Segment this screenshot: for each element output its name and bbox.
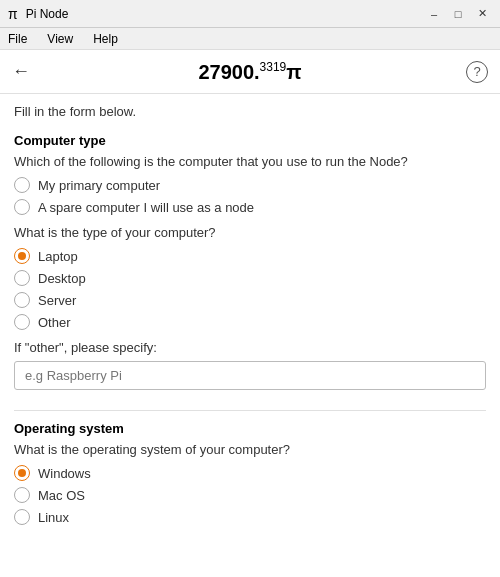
radio-label-linux: Linux xyxy=(38,510,69,525)
radio-circle-server[interactable] xyxy=(14,292,30,308)
title-pi: π xyxy=(286,60,301,82)
radio-circle-spare[interactable] xyxy=(14,199,30,215)
primary-use-radio-group: My primary computer A spare computer I w… xyxy=(14,177,486,215)
radio-label-server: Server xyxy=(38,293,76,308)
menu-file[interactable]: File xyxy=(4,31,31,47)
radio-label-laptop: Laptop xyxy=(38,249,78,264)
radio-item-other[interactable]: Other xyxy=(14,314,486,330)
radio-circle-windows[interactable] xyxy=(14,465,30,481)
os-radio-group: Windows Mac OS Linux xyxy=(14,465,486,525)
radio-item-linux[interactable]: Linux xyxy=(14,509,486,525)
radio-circle-linux[interactable] xyxy=(14,509,30,525)
radio-item-primary[interactable]: My primary computer xyxy=(14,177,486,193)
radio-item-server[interactable]: Server xyxy=(14,292,486,308)
radio-item-windows[interactable]: Windows xyxy=(14,465,486,481)
menu-help[interactable]: Help xyxy=(89,31,122,47)
subtitle-text: Fill in the form below. xyxy=(14,104,486,119)
specify-label: If "other", please specify: xyxy=(14,340,486,355)
radio-item-spare[interactable]: A spare computer I will use as a node xyxy=(14,199,486,215)
question-os: What is the operating system of your com… xyxy=(14,442,486,457)
app-heading: 27900.3319π xyxy=(198,60,301,84)
radio-label-other: Other xyxy=(38,315,71,330)
radio-circle-macos[interactable] xyxy=(14,487,30,503)
radio-label-spare: A spare computer I will use as a node xyxy=(38,200,254,215)
window-controls: – □ ✕ xyxy=(424,5,492,23)
title-bar: π Pi Node – □ ✕ xyxy=(0,0,500,28)
radio-label-primary: My primary computer xyxy=(38,178,160,193)
computer-type-section-title: Computer type xyxy=(14,133,486,148)
section-divider xyxy=(14,410,486,411)
back-button[interactable]: ← xyxy=(12,61,30,82)
question-primary-use: Which of the following is the computer t… xyxy=(14,154,486,169)
radio-item-desktop[interactable]: Desktop xyxy=(14,270,486,286)
maximize-button[interactable]: □ xyxy=(448,5,468,23)
specify-input[interactable] xyxy=(14,361,486,390)
close-button[interactable]: ✕ xyxy=(472,5,492,23)
radio-circle-other[interactable] xyxy=(14,314,30,330)
question-computer-type: What is the type of your computer? xyxy=(14,225,486,240)
app-title-label: Pi Node xyxy=(26,7,69,21)
app-header: ← 27900.3319π ? xyxy=(0,50,500,94)
radio-item-macos[interactable]: Mac OS xyxy=(14,487,486,503)
content-area: Fill in the form below. Computer type Wh… xyxy=(0,94,500,577)
help-button[interactable]: ? xyxy=(466,61,488,83)
title-sup: 3319 xyxy=(260,60,287,74)
radio-circle-desktop[interactable] xyxy=(14,270,30,286)
computer-type-radio-group: Laptop Desktop Server Other xyxy=(14,248,486,330)
minimize-button[interactable]: – xyxy=(424,5,444,23)
menu-view[interactable]: View xyxy=(43,31,77,47)
title-main: 27900. xyxy=(198,60,259,82)
radio-circle-primary[interactable] xyxy=(14,177,30,193)
app-icon: π xyxy=(8,6,18,22)
radio-item-laptop[interactable]: Laptop xyxy=(14,248,486,264)
radio-label-desktop: Desktop xyxy=(38,271,86,286)
radio-circle-laptop[interactable] xyxy=(14,248,30,264)
menu-bar: File View Help xyxy=(0,28,500,50)
radio-label-macos: Mac OS xyxy=(38,488,85,503)
os-section-title: Operating system xyxy=(14,421,486,436)
title-bar-left: π Pi Node xyxy=(8,6,68,22)
radio-label-windows: Windows xyxy=(38,466,91,481)
